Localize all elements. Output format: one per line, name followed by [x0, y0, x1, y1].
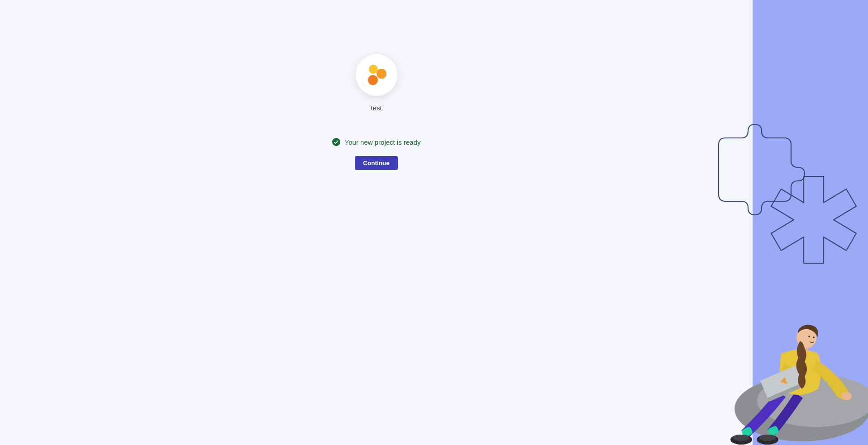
success-check-icon: [332, 138, 340, 146]
svg-point-15: [368, 75, 378, 85]
project-icon: [356, 54, 397, 96]
project-dots-icon: [364, 62, 389, 88]
right-decorative-panel: [753, 0, 868, 445]
main-content: test Your new project is ready Continue: [0, 0, 753, 445]
project-name-label: test: [371, 104, 382, 112]
continue-button[interactable]: Continue: [355, 156, 398, 170]
svg-point-14: [377, 69, 386, 79]
status-message: Your new project is ready: [345, 138, 421, 146]
svg-point-13: [369, 65, 378, 74]
status-row: Your new project is ready: [332, 138, 421, 146]
